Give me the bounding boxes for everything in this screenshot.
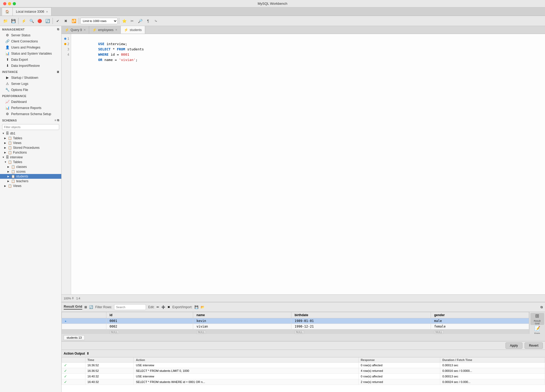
query-tab-9[interactable]: ⚡ Query 9 ✕ — [62, 26, 89, 34]
execute-button[interactable]: ⚡ — [20, 17, 27, 25]
time-26: 16:36:52 — [85, 363, 134, 368]
tree-interview-views[interactable]: ▶ 📋 Views — [0, 184, 61, 188]
export-btn[interactable]: 💾 — [194, 305, 198, 309]
revert-button[interactable]: Revert — [525, 342, 543, 349]
table-row[interactable]: ▶ 0001 kevin 1989-01-01 male — [62, 318, 529, 324]
search-code-button[interactable]: 🔎 — [136, 17, 144, 25]
tree-classes[interactable]: ▶ 📋 classes — [0, 164, 61, 169]
tree-db1-tables[interactable]: ▶ 📋 Tables — [0, 136, 61, 141]
form-editor-panel-btn[interactable]: 📝 FormEditor — [530, 325, 544, 334]
grid-icon-btn[interactable]: ⊞ — [84, 305, 87, 309]
filter-objects-input[interactable] — [2, 124, 59, 130]
col-header-name[interactable]: name — [193, 312, 291, 318]
grid-refresh-btn[interactable]: 🔄 — [89, 305, 93, 309]
tree-db1-functions[interactable]: ▶ 📋 Functions — [0, 150, 61, 155]
cell-birthdate[interactable]: 1989-01-01 — [291, 318, 431, 324]
col-status — [62, 358, 85, 363]
delete-row-btn[interactable]: ✖ — [167, 305, 170, 309]
sidebar-item-data-export[interactable]: ⬆ Data Export — [0, 56, 61, 63]
auto-commit-button[interactable]: 🔁 — [70, 17, 77, 25]
expand-btn[interactable]: ⧉ — [540, 305, 543, 309]
insert-row-btn[interactable]: ➕ — [161, 305, 165, 309]
query-tab-employees[interactable]: ⚡ employees ✕ — [89, 26, 121, 34]
result-grid-panel-btn[interactable]: ⊞ ResultGrid — [530, 313, 544, 325]
result-tab-students[interactable]: students 13 — [64, 335, 85, 340]
rollback-button[interactable]: ✖ — [62, 17, 70, 25]
import-btn[interactable]: 📂 — [201, 305, 205, 309]
cell-name[interactable]: vivian — [193, 324, 291, 329]
cell-birthdate[interactable]: 1990-12-21 — [291, 324, 431, 329]
col-time[interactable]: Time — [85, 358, 134, 363]
explain-button[interactable]: 🔍 — [28, 17, 35, 25]
action-output-sort-icon[interactable]: ⇕ — [86, 352, 89, 355]
snippets-button[interactable]: ✂ — [128, 17, 136, 25]
save-button[interactable]: 💾 — [10, 17, 17, 25]
stop-button[interactable]: 🔴 — [36, 17, 43, 25]
commit-button[interactable]: ✔ — [54, 17, 62, 25]
sidebar-item-users-privileges[interactable]: 👤 Users and Privileges — [0, 44, 61, 50]
word-wrap-button[interactable]: ¶ — [144, 17, 152, 25]
data-import-icon: ⬇ — [5, 64, 10, 68]
cell-name[interactable]: kevin — [193, 318, 291, 324]
cell-null-birthdate[interactable]: NULL — [291, 329, 431, 334]
result-grid-icon: ⊞ — [535, 313, 539, 319]
result-grid-panel[interactable]: id name birthdate gender ▶ 0001 — [62, 312, 529, 334]
col-response[interactable]: Response — [358, 358, 440, 363]
instance-tab-close[interactable]: ✕ — [46, 10, 48, 13]
limit-select[interactable]: Limit to 1000 rows — [80, 18, 118, 24]
cell-gender[interactable]: male — [431, 318, 529, 324]
cell-id[interactable]: 0002 — [106, 324, 193, 329]
sidebar-item-server-logs[interactable]: ⚠ Server Logs — [0, 81, 61, 87]
sidebar-item-performance-reports[interactable]: 📊 Performance Reports — [0, 105, 61, 111]
tree-teachers[interactable]: ▶ 📋 teachers — [0, 179, 61, 184]
code-editor[interactable]: USE interview; SELECT * FROM students WH… — [71, 34, 545, 294]
cell-null-name[interactable]: NULL — [193, 329, 291, 334]
sidebar-item-dashboard[interactable]: 📈 Dashboard — [0, 99, 61, 105]
sidebar-item-options-file[interactable]: 🔧 Options File — [0, 87, 61, 93]
indent-button[interactable]: ⤷ — [152, 17, 160, 25]
maximize-button[interactable] — [13, 2, 16, 5]
instance-tab[interactable]: Local instance 3306 ✕ — [13, 7, 51, 16]
employees-close[interactable]: ✕ — [115, 28, 117, 31]
window-controls[interactable] — [3, 2, 16, 5]
favorites-button[interactable]: ⭐ — [120, 17, 128, 25]
home-tab[interactable]: 🏠 — [2, 7, 13, 16]
sidebar-item-data-import[interactable]: ⬇ Data Import/Restore — [0, 63, 61, 69]
tree-db1[interactable]: ▼ 🗄 db1 — [0, 131, 61, 136]
sidebar-item-client-connections[interactable]: 🔗 Client Connections — [0, 38, 61, 44]
tree-interview-tables[interactable]: ▼ 📋 Tables — [0, 160, 61, 164]
tree-db1-stored-procs[interactable]: ▶ 📋 Stored Procedures — [0, 145, 61, 150]
col-action[interactable]: Action — [134, 358, 358, 363]
minimize-button[interactable] — [8, 2, 11, 5]
apply-button[interactable]: Apply — [505, 342, 522, 349]
cell-null-id[interactable]: NULL — [106, 329, 193, 334]
sidebar-item-status-variables[interactable]: 📊 Status and System Variables — [0, 50, 61, 56]
tree-students[interactable]: ▶ 📋 students — [0, 174, 61, 179]
col-header-birthdate[interactable]: birthdate — [291, 312, 431, 318]
cell-null-gender[interactable]: NULL — [431, 329, 529, 334]
refresh-button[interactable]: 🔄 — [44, 17, 51, 25]
table-row[interactable]: 0002 vivian 1990-12-21 female — [62, 324, 529, 329]
query9-close[interactable]: ✕ — [84, 28, 86, 31]
instance-tab-label: Local instance 3306 — [16, 10, 44, 14]
sidebar-item-performance-schema[interactable]: ⚙ Performance Schema Setup — [0, 111, 61, 117]
result-grid-tab[interactable]: Result Grid — [64, 304, 82, 310]
col-duration[interactable]: Duration / Fetch Time — [440, 358, 545, 363]
sidebar-item-startup-shutdown[interactable]: ▶ Startup / Shutdown — [0, 75, 61, 81]
tree-scores[interactable]: ▶ 📋 scores — [0, 169, 61, 174]
sidebar-item-server-status[interactable]: ⚙ Server Status — [0, 32, 61, 38]
col-header-gender[interactable]: gender — [431, 312, 529, 318]
cell-id[interactable]: 0001 — [106, 318, 193, 324]
open-folder-button[interactable]: 📁 — [2, 17, 9, 25]
search-input[interactable] — [114, 304, 146, 310]
tree-db1-views[interactable]: ▶ 📋 Views — [0, 141, 61, 145]
query-tab-students[interactable]: ⚡ students — [121, 26, 145, 34]
close-button[interactable] — [3, 2, 6, 5]
edit-row-btn[interactable]: ✏ — [157, 305, 159, 309]
response-29: 2 row(s) returned — [358, 379, 440, 385]
cell-gender[interactable]: female — [431, 324, 529, 329]
table-row[interactable]: NULL NULL NULL NULL — [62, 329, 529, 334]
tree-interview[interactable]: ▼ 🗄 interview — [0, 155, 61, 160]
zoom-control[interactable]: 100% ⇕ — [64, 297, 74, 300]
col-header-id[interactable]: id — [106, 312, 193, 318]
